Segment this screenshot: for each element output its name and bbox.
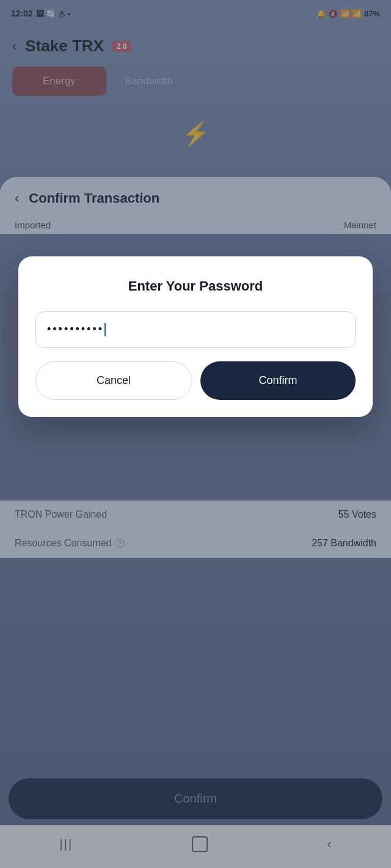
cancel-button[interactable]: Cancel	[35, 361, 192, 400]
text-cursor	[104, 323, 106, 336]
dialog-buttons: Cancel Confirm	[35, 361, 356, 400]
password-dialog: Enter Your Password •••••••••• Cancel Co…	[18, 256, 373, 417]
dialog-overlay: Enter Your Password •••••••••• Cancel Co…	[0, 0, 391, 868]
dialog-title: Enter Your Password	[35, 278, 356, 294]
password-dots: ••••••••••	[47, 323, 344, 336]
password-input-wrap[interactable]: ••••••••••	[35, 311, 356, 348]
confirm-button[interactable]: Confirm	[200, 361, 356, 400]
